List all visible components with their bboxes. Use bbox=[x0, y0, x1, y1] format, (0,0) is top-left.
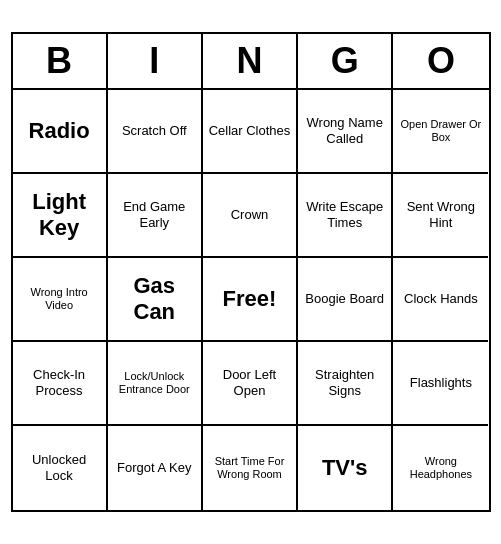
bingo-letter-n: N bbox=[203, 34, 298, 88]
bingo-cell-1: Scratch Off bbox=[108, 90, 203, 174]
bingo-cell-8: Write Escape Times bbox=[298, 174, 393, 258]
bingo-cell-3: Wrong Name Called bbox=[298, 90, 393, 174]
bingo-cell-15: Check-In Process bbox=[13, 342, 108, 426]
bingo-cell-4: Open Drawer Or Box bbox=[393, 90, 488, 174]
bingo-cell-13: Boogie Board bbox=[298, 258, 393, 342]
bingo-cell-19: Flashlights bbox=[393, 342, 488, 426]
bingo-cell-22: Start Time For Wrong Room bbox=[203, 426, 298, 510]
bingo-cell-7: Crown bbox=[203, 174, 298, 258]
bingo-card: BINGO RadioScratch OffCellar ClothesWron… bbox=[11, 32, 491, 512]
bingo-cell-0: Radio bbox=[13, 90, 108, 174]
bingo-grid: RadioScratch OffCellar ClothesWrong Name… bbox=[13, 90, 489, 510]
bingo-cell-5: Light Key bbox=[13, 174, 108, 258]
bingo-cell-11: Gas Can bbox=[108, 258, 203, 342]
bingo-cell-9: Sent Wrong Hint bbox=[393, 174, 488, 258]
bingo-header: BINGO bbox=[13, 34, 489, 90]
bingo-letter-b: B bbox=[13, 34, 108, 88]
bingo-letter-g: G bbox=[298, 34, 393, 88]
bingo-letter-i: I bbox=[108, 34, 203, 88]
bingo-cell-2: Cellar Clothes bbox=[203, 90, 298, 174]
bingo-cell-16: Lock/Unlock Entrance Door bbox=[108, 342, 203, 426]
bingo-cell-10: Wrong Intro Video bbox=[13, 258, 108, 342]
bingo-cell-18: Straighten Signs bbox=[298, 342, 393, 426]
bingo-cell-23: TV's bbox=[298, 426, 393, 510]
bingo-cell-6: End Game Early bbox=[108, 174, 203, 258]
bingo-letter-o: O bbox=[393, 34, 488, 88]
bingo-cell-17: Door Left Open bbox=[203, 342, 298, 426]
bingo-cell-24: Wrong Headphones bbox=[393, 426, 488, 510]
bingo-cell-14: Clock Hands bbox=[393, 258, 488, 342]
bingo-cell-21: Forgot A Key bbox=[108, 426, 203, 510]
bingo-cell-12: Free! bbox=[203, 258, 298, 342]
bingo-cell-20: Unlocked Lock bbox=[13, 426, 108, 510]
